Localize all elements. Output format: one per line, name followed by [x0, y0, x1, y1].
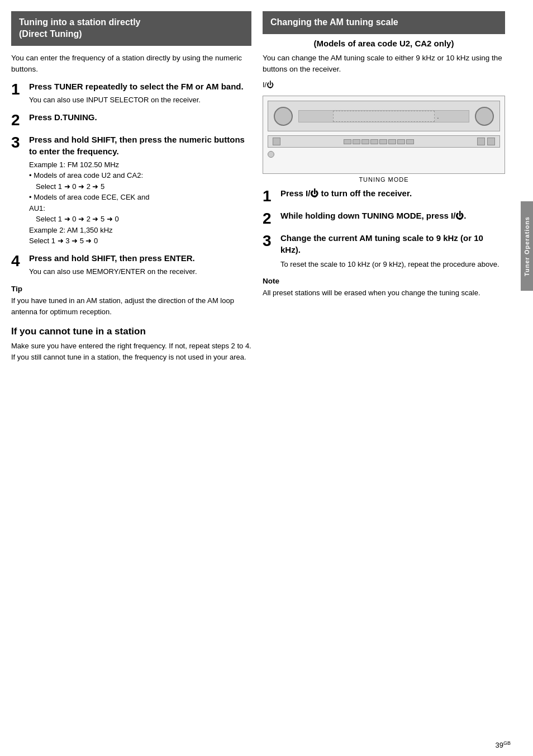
step-3-number: 3 [11, 135, 29, 150]
right-step-1-content: Press I/⏻ to turn off the receiver. [280, 187, 505, 202]
small-btn-3 [361, 139, 369, 144]
tip-text: If you have tuned in an AM station, adju… [11, 295, 251, 317]
right-subsection-title: (Models of area code U2, CA2 only) [263, 39, 505, 48]
right-step-2-title: While holding down TUNING MODE, press I/… [280, 210, 505, 221]
tip-box: Tip If you have tuned in an AM station, … [11, 285, 251, 317]
step-4: 4 Press and hold SHIFT, then press ENTER… [11, 252, 251, 277]
right-step-3-title: Change the current AM tuning scale to 9 … [280, 232, 505, 256]
step-3: 3 Press and hold SHIFT, then press the n… [11, 134, 251, 247]
step-2-number: 2 [11, 112, 29, 128]
step-3-ece: • Models of area code ECE, CEK and [29, 192, 251, 203]
right-intro: You can change the AM tuning scale to ei… [263, 53, 505, 75]
btn-sq-3 [487, 138, 495, 145]
cannot-title: If you cannot tune in a station [11, 326, 251, 337]
small-btn-1 [344, 139, 351, 144]
small-btn-7 [397, 139, 405, 144]
page-container: Tuning into a station directly (Direct T… [0, 0, 533, 756]
right-section-header: Changing the AM tuning scale [263, 11, 505, 34]
step-2: 2 Press D.TUNING. [11, 111, 251, 128]
small-btn-2 [353, 139, 360, 144]
step-1-content: Press TUNER repeatedly to select the FM … [29, 81, 251, 106]
side-tab-text: Tuner Operations [524, 216, 530, 276]
power-icon-label: I/⏻ [263, 81, 505, 89]
right-step-1: 1 Press I/⏻ to turn off the receiver. [263, 187, 505, 204]
step-3-title: Press and hold SHIFT, then press the num… [29, 134, 251, 157]
step-3-content: Press and hold SHIFT, then press the num… [29, 134, 251, 247]
right-step-2-content: While holding down TUNING MODE, press I/… [280, 210, 505, 225]
right-step-1-number: 1 [263, 188, 280, 204]
step-2-content: Press D.TUNING. [29, 111, 251, 125]
receiver-button-row [268, 135, 500, 148]
right-step-1-title: Press I/⏻ to turn off the receiver. [280, 187, 505, 199]
step-3-u2ca2: • Models of area code U2 and CA2: [29, 170, 251, 181]
step-4-number: 4 [11, 253, 29, 269]
diagram-label: TUNING MODE [263, 176, 505, 183]
display-dot: . [437, 113, 439, 119]
step-1: 1 Press TUNER repeatedly to select the F… [11, 81, 251, 106]
right-knob [475, 107, 494, 126]
side-tab: Tuner Operations [521, 201, 533, 291]
right-header-text: Changing the AM tuning scale [270, 17, 398, 27]
receiver-bottom-row [268, 151, 274, 158]
step-3-select3: Select 1 ➜ 3 ➜ 5 ➜ 0 [29, 235, 251, 247]
tip-title: Tip [11, 285, 251, 293]
small-btn-5 [379, 139, 387, 144]
step-2-title: Press D.TUNING. [29, 111, 251, 123]
step-1-title: Press TUNER repeatedly to select the FM … [29, 81, 251, 92]
step-3-desc: Example 1: FM 102.50 MHz • Models of are… [29, 159, 251, 247]
btn-sq-2 [477, 138, 485, 145]
step-1-desc: You can also use INPUT SELECTOR on the r… [29, 94, 251, 106]
right-step-3: 3 Change the current AM tuning scale to … [263, 232, 505, 270]
right-step-3-content: Change the current AM tuning scale to 9 … [280, 232, 505, 270]
note-title: Note [263, 277, 505, 285]
step-3-example1: Example 1: FM 102.50 MHz [29, 159, 251, 171]
step-4-title: Press and hold SHIFT, then press ENTER. [29, 252, 251, 264]
small-btn-6 [388, 139, 396, 144]
step-4-content: Press and hold SHIFT, then press ENTER. … [29, 252, 251, 277]
step-1-number: 1 [11, 82, 29, 97]
diagram-container: I/⏻ . [263, 81, 505, 183]
display-inner: . [333, 111, 435, 122]
small-circle-icon [268, 151, 274, 158]
btn-sq-1 [273, 138, 280, 145]
cannot-text: Make sure you have entered the right fre… [11, 341, 251, 362]
right-step-3-number: 3 [263, 233, 280, 249]
step-3-example2: Example 2: AM 1,350 kHz [29, 225, 251, 236]
left-column: Tuning into a station directly (Direct T… [11, 11, 251, 745]
small-btn-8 [406, 139, 414, 144]
page-number-value: 39 [496, 741, 503, 749]
step-3-select2: Select 1 ➜ 0 ➜ 2 ➜ 5 ➜ 0 [29, 214, 251, 225]
right-column: Changing the AM tuning scale (Models of … [263, 11, 522, 745]
step-4-desc: You can also use MEMORY/ENTER on the rec… [29, 266, 251, 277]
cannot-section: If you cannot tune in a station Make sur… [11, 326, 251, 362]
left-knob [274, 107, 293, 126]
display-screen: . [298, 110, 469, 122]
right-step-2: 2 While holding down TUNING MODE, press … [263, 210, 505, 226]
right-step-2-number: 2 [263, 211, 280, 226]
page-number: 39GB [496, 740, 511, 749]
right-btn-group [477, 138, 495, 145]
btn-group-center [283, 139, 475, 144]
note-box: Note All preset stations will be erased … [263, 277, 505, 299]
page-number-suffix: GB [503, 740, 511, 746]
step-3-select1: Select 1 ➜ 0 ➜ 2 ➜ 5 [29, 181, 251, 192]
receiver-diagram: . [263, 96, 505, 174]
small-btn-4 [370, 139, 378, 144]
left-section-header: Tuning into a station directly (Direct T… [11, 11, 251, 46]
right-step-3-desc: To reset the scale to 10 kHz (or 9 kHz),… [280, 259, 505, 270]
left-header-text: Tuning into a station directly (Direct T… [19, 17, 140, 39]
note-text: All preset stations will be erased when … [263, 287, 505, 299]
left-intro: You can enter the frequency of a station… [11, 53, 251, 75]
receiver-top-panel: . [268, 101, 500, 131]
step-3-au1: AU1: [29, 203, 251, 214]
